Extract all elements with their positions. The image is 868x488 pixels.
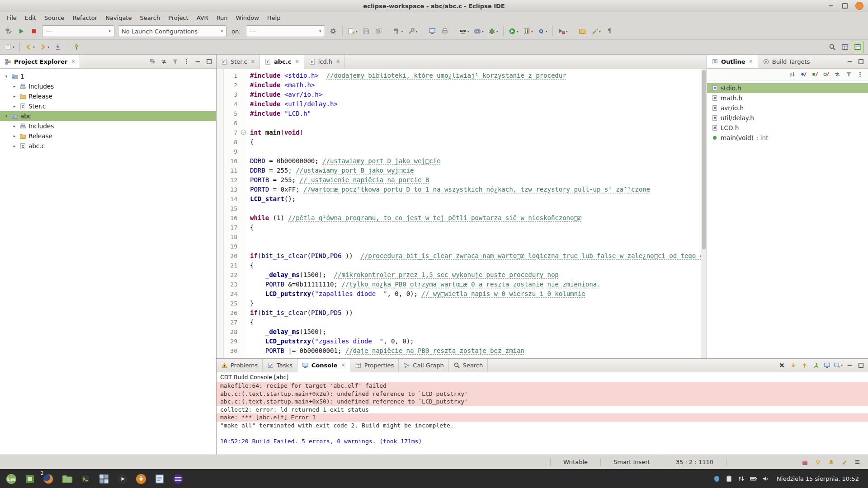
close-tab-icon[interactable]: ✕	[749, 59, 753, 65]
edit-mode-button[interactable]	[840, 458, 849, 467]
toggle-annotations-button[interactable]: ▾	[589, 25, 603, 38]
outline-item-lcd-h[interactable]: #LCD.h	[707, 123, 868, 133]
outline-tab-build-targets[interactable]: Build Targets	[758, 55, 815, 68]
cpp-perspective-button[interactable]	[852, 41, 863, 53]
clipboard-manager-icon[interactable]	[725, 475, 733, 483]
scrollbar-thumb[interactable]	[702, 70, 706, 249]
menu-file[interactable]: File	[3, 13, 21, 23]
workspace-switcher-button[interactable]	[95, 471, 112, 487]
debug-button[interactable]: ▾	[486, 25, 500, 38]
collapse-all-button[interactable]	[148, 57, 157, 66]
avr-upload-button[interactable]: AVR▾	[458, 25, 471, 38]
tree-expand-icon[interactable]: ▸	[12, 104, 17, 108]
edit-launch-target-button[interactable]	[327, 25, 339, 38]
build-button[interactable]: ▾	[392, 25, 405, 38]
tree-expand-icon[interactable]: ▸	[12, 84, 17, 89]
project-explorer-item-abc[interactable]: ▾abc	[0, 111, 216, 121]
close-tab-icon[interactable]: ✕	[336, 59, 340, 65]
mint-menu-button[interactable]: Lm	[3, 471, 19, 487]
last-edit-location-button[interactable]	[52, 41, 64, 53]
hide-static-members-button[interactable]	[810, 70, 819, 79]
tree-collapse-icon[interactable]: ▾	[4, 74, 9, 79]
launch-run-button[interactable]	[15, 25, 27, 38]
files-button[interactable]	[58, 471, 75, 487]
external-tools-button[interactable]: ▾	[556, 25, 570, 38]
minimize-button[interactable]	[845, 57, 854, 66]
quick-access-menu-button[interactable]	[853, 458, 862, 467]
new-wizard-button[interactable]: ▾	[346, 25, 359, 38]
outline-item-main-void-[interactable]: main(void) : int	[707, 133, 868, 143]
insert-mode-status[interactable]: Smart Insert	[600, 458, 663, 466]
launch-target-combo[interactable]: ---▾	[246, 25, 325, 37]
minimize-button[interactable]	[845, 361, 854, 370]
folding-ruler[interactable]: −	[240, 69, 247, 358]
pin-editor-button[interactable]	[71, 41, 82, 53]
run-button[interactable]: ▾	[507, 25, 520, 38]
text-editor-button[interactable]	[151, 471, 168, 487]
forward-button[interactable]: ▾	[38, 41, 51, 53]
scroll-up-button[interactable]	[800, 361, 809, 370]
donate-button[interactable]	[800, 458, 809, 467]
menu-refactor[interactable]: Refactor	[69, 13, 102, 23]
link-with-editor-button[interactable]	[159, 57, 168, 66]
menu-avr[interactable]: AVR	[193, 13, 212, 23]
outline-tab-outline[interactable]: Outline✕	[707, 55, 758, 68]
hide-fields-button[interactable]	[799, 70, 808, 79]
titlebar[interactable]: eclipse-workspace - abc/abc.c - Eclipse …	[0, 0, 868, 12]
project-explorer-item-abc-c[interactable]: ▸Cabc.c	[0, 141, 216, 151]
outline-item-util-delay-h[interactable]: #util/delay.h	[707, 113, 868, 123]
software-manager-button[interactable]	[21, 471, 38, 487]
eclipse-button[interactable]	[170, 471, 186, 487]
close-tab-icon[interactable]: ✕	[341, 362, 345, 368]
volume-icon[interactable]	[762, 475, 769, 483]
fold-collapse-icon[interactable]: −	[241, 130, 246, 135]
launch-config-combo[interactable]: No Launch Configurations▾	[118, 25, 226, 37]
bottom-tab-search[interactable]: Search	[449, 359, 488, 372]
sort-button[interactable]: az	[788, 70, 797, 79]
tips-button[interactable]	[813, 458, 822, 467]
launch-build-button[interactable]	[3, 25, 14, 38]
network-icon[interactable]	[737, 475, 745, 483]
media-player-button[interactable]	[114, 471, 131, 487]
console-output[interactable]: makefile:64: recipe for target 'abc.elf'…	[217, 382, 868, 455]
menu-run[interactable]: Run	[212, 13, 232, 23]
screenshot-button[interactable]: ▾	[472, 25, 486, 38]
bottom-tab-console[interactable]: Console✕	[297, 359, 350, 372]
link-with-editor-button[interactable]	[833, 70, 842, 79]
editor-tab-abc-c[interactable]: Cabc.c✕	[260, 55, 304, 69]
clock[interactable]: Niedziela 15 sierpnia, 10:52	[777, 475, 865, 482]
maximize-button[interactable]	[856, 361, 865, 370]
tree-expand-icon[interactable]: ▸	[12, 134, 17, 138]
menu-help[interactable]: Help	[263, 13, 285, 23]
bottom-tab-call-graph[interactable]: Call Graph	[399, 359, 448, 372]
tree-expand-icon[interactable]: ▸	[12, 124, 17, 128]
project-explorer-item-includes[interactable]: ▸Includes	[0, 121, 216, 131]
editor-tab-ster-c[interactable]: CSter.c✕	[217, 55, 260, 69]
open-console-button[interactable]	[426, 25, 438, 38]
project-explorer-item-release[interactable]: ▸Release	[0, 91, 216, 101]
outline-item-stdio-h[interactable]: #stdio.h	[707, 83, 868, 93]
project-explorer-item-includes[interactable]: ▸Includes	[0, 81, 216, 91]
maximize-button[interactable]	[204, 57, 213, 66]
menu-project[interactable]: Project	[164, 13, 192, 23]
open-console-button[interactable]: ▾	[834, 361, 843, 370]
close-tab-icon[interactable]: ✕	[251, 59, 255, 65]
close-tab-icon[interactable]: ✕	[71, 59, 75, 65]
explorer-tab-project-explorer[interactable]: Project Explorer✕	[0, 55, 80, 68]
outline-item-avr-io-h[interactable]: #avr/io.h	[707, 103, 868, 113]
menu-edit[interactable]: Edit	[21, 13, 40, 23]
editor-tab-lcd-h[interactable]: hlcd.h✕	[304, 55, 345, 69]
editor-scrollbar[interactable]	[701, 69, 707, 358]
update-manager-button[interactable]	[132, 471, 149, 487]
close-tab-icon[interactable]: ✕	[295, 59, 299, 65]
show-whitespace-button[interactable]: ¶	[604, 25, 615, 38]
view-menu-button[interactable]	[182, 57, 191, 66]
project-explorer-item-ster-c[interactable]: ▸CSter.c	[0, 101, 216, 111]
coverage-button[interactable]: ▾	[521, 25, 535, 38]
bottom-tab-properties[interactable]: Properties	[350, 359, 399, 372]
launch-stop-button[interactable]	[28, 25, 40, 38]
annotation-ruler[interactable]	[217, 69, 224, 358]
open-perspective-button[interactable]	[839, 41, 851, 53]
open-resource-button[interactable]	[576, 25, 588, 38]
print-button[interactable]	[439, 25, 451, 38]
